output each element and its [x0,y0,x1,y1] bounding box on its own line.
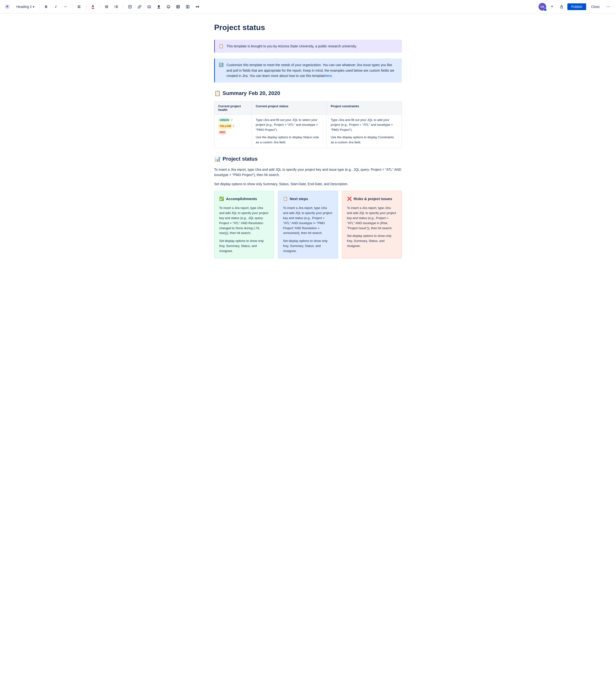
status-text-2: Use the display options to display Statu… [256,135,323,145]
here-link[interactable]: here [325,74,332,78]
layout-button[interactable] [184,3,192,10]
cards-container: ✅ Accomplishments To insert a Jira repor… [214,191,402,259]
svg-point-19 [169,6,169,6]
avatar-badge [544,8,547,11]
next-steps-text-1: To insert a Jira report, type /Jira and … [283,206,333,236]
more-format-button[interactable]: ··· [62,3,69,10]
svg-rect-6 [106,6,108,7]
edit-restrictions-button[interactable] [558,3,566,10]
next-steps-text-2: Set display options to show only Key, Su… [283,238,333,253]
app-logo[interactable] [4,3,10,10]
user-avatar[interactable]: CK [538,3,546,10]
risks-card-title: Risks & project issues [354,196,392,202]
status-yellow-badge: YELLOW [218,123,233,129]
italic-button[interactable]: I [52,3,60,10]
insert-more-button[interactable]: +▾ [194,3,201,10]
info-icon: ℹ️ [219,63,223,67]
template-notice-box: 📋 This template is brought to you by Ari… [214,40,402,53]
project-status-body-1: To insert a Jira report, type /Jira and … [214,167,402,178]
svg-rect-12 [116,6,118,7]
risks-text-2: Set display options to show only Key, Su… [347,233,397,248]
svg-point-3 [105,5,106,6]
svg-rect-10 [116,5,118,6]
project-status-icon: 📊 [214,156,221,162]
summary-heading: 📋 Summary Feb 20, 2020 [214,90,402,96]
col-header-health: Current project health [214,101,252,114]
constraints-text-1: Type /Jira and fill out your JQL to add … [331,118,398,133]
action-button[interactable] [126,3,134,10]
text-color-button[interactable]: A [89,3,97,10]
col-header-status: Current project status [252,101,327,114]
slash-2: / [234,124,234,128]
note-icon: 📋 [219,44,223,48]
chevron-down-icon: ▾ [33,5,35,9]
more-options-button[interactable]: ··· [604,3,612,10]
status-red-badge: RED [218,130,227,135]
accomplishments-card: ✅ Accomplishments To insert a Jira repor… [214,191,274,259]
project-status-heading: 📊 Project status [214,156,402,162]
svg-rect-1 [78,6,80,7]
mention-button[interactable] [155,3,163,10]
template-notice-text: This template is brought to you by Arizo… [226,44,357,49]
summary-date: Feb 20, 2020 [248,90,280,96]
table-button[interactable] [174,3,182,10]
toolbar-right: CK + Publish Close ··· [538,3,612,10]
risks-card: ❌ Risks & project issues To insert a Jir… [342,191,402,259]
accomplishments-text-2: Set display options to show only Key, Su… [219,238,269,253]
customize-notice-text: Customize this template to meet the need… [226,62,398,78]
publish-button[interactable]: Publish [567,3,586,10]
divider-2 [72,4,72,9]
bold-button[interactable]: B [42,3,50,10]
status-cell: Type /Jira and fill out your JQL to sele… [252,114,327,148]
divider-3 [86,4,86,9]
svg-rect-2 [78,7,81,8]
svg-point-7 [105,7,106,8]
align-button[interactable] [75,3,83,10]
constraints-text-2: Use the display options to display Const… [331,135,398,145]
summary-title: Summary [223,90,247,96]
page-content: Project status 📋 This template is brough… [204,14,412,278]
accomplishments-card-title: Accomplishments [226,196,257,202]
svg-rect-0 [78,5,81,6]
link-button[interactable] [136,3,144,10]
svg-rect-25 [188,5,189,8]
svg-rect-26 [560,6,563,8]
ordered-list-button[interactable]: 1.2.3. [112,3,120,10]
heading-selector[interactable]: Heading 2 ▾ [15,4,36,9]
media-button[interactable] [145,3,153,10]
accomplishments-card-header: ✅ Accomplishments [219,196,269,202]
divider-1 [39,4,40,9]
status-green-badge: GREEN [218,118,230,123]
health-cell: GREEN / YELLOW / RED [214,114,252,148]
next-steps-card-title: Next steps [290,196,308,202]
project-status-title: Project status [223,156,258,162]
col-header-constraints: Project constraints [327,101,402,114]
add-collaborator-button[interactable]: + [548,3,556,10]
status-text-1: Type /Jira and fill out your JQL to sele… [256,118,323,133]
svg-rect-24 [186,5,188,8]
divider-4 [100,4,100,9]
summary-table: Current project health Current project s… [214,101,402,148]
next-steps-card: 📋 Next steps To insert a Jira report, ty… [278,191,338,259]
slash-1: / [232,118,233,122]
heading-label: Heading 2 [16,5,32,9]
risks-card-header: ❌ Risks & project issues [347,196,397,202]
svg-rect-8 [106,7,108,8]
risks-text-1: To insert a Jira report, type /Jira and … [347,206,397,231]
svg-point-5 [105,6,106,7]
table-row: GREEN / YELLOW / RED Type /Jira and fill… [214,114,402,148]
project-status-body-2: Set display options to show only Summary… [214,181,402,187]
svg-rect-20 [177,5,179,8]
customize-notice-box: ℹ️ Customize this template to meet the n… [214,59,402,82]
unordered-list-button[interactable] [103,3,110,10]
svg-rect-4 [106,5,108,6]
check-circle-icon: ✅ [219,196,224,202]
close-button[interactable]: Close [588,3,602,10]
summary-icon: 📋 [214,90,221,96]
error-circle-icon: ❌ [347,196,352,202]
toolbar: Heading 2 ▾ B I ··· A 1.2.3. [0,0,616,14]
note-card-icon: 📋 [283,196,288,202]
divider-5 [123,4,123,9]
emoji-button[interactable] [164,3,172,10]
page-title: Project status [214,23,402,32]
